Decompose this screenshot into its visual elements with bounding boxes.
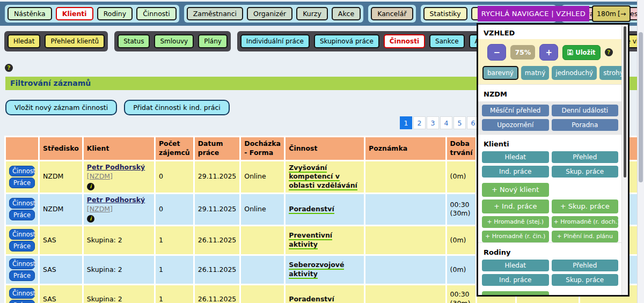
activity-link[interactable]: Preventivní aktivity	[289, 231, 332, 249]
subnav-skupinova-prace[interactable]: Skupinová práce	[314, 34, 379, 48]
panel-scrollbar-thumb[interactable]	[624, 26, 626, 178]
activity-link[interactable]: Poradenství	[289, 205, 334, 214]
cell-poznamka	[365, 226, 445, 254]
row-actions-cell: Činnost Práce	[6, 226, 38, 254]
rodiny-ind-prace-button[interactable]: Ind. práce	[482, 274, 549, 286]
header-pocet-zajemcu: Počet zájemců	[156, 137, 193, 160]
row-prace-button[interactable]: Práce	[9, 241, 35, 252]
nav-tab-statistiky[interactable]: Statistiky	[423, 7, 467, 20]
row-cinnost-button[interactable]: Činnost	[9, 166, 35, 176]
zoom-level-badge: 75%	[510, 45, 535, 60]
info-icon[interactable]: i	[87, 215, 94, 223]
subnav-hledat[interactable]: Hledat	[8, 34, 40, 48]
style-matny-button[interactable]: matný	[521, 66, 549, 80]
page-help-icon[interactable]: ?	[5, 64, 13, 72]
row-prace-button[interactable]: Práce	[9, 178, 35, 188]
cell-pocet: 1	[156, 285, 193, 303]
client-link[interactable]: Petr Podhorský	[87, 163, 145, 171]
rodiny-skup-prace-button[interactable]: Skup. práce	[552, 274, 619, 286]
subnav-sankce[interactable]: Sankce	[429, 34, 465, 48]
subnav-cinnosti[interactable]: Činnosti	[384, 34, 425, 48]
pagination-page-2[interactable]: 2	[413, 116, 426, 129]
subnav-smlouvy[interactable]: Smlouvy	[154, 34, 194, 48]
add-activity-to-ind-button[interactable]: Přidat činnosti k ind. práci	[124, 100, 230, 115]
client-ref-link[interactable]: [NZDM]	[87, 205, 113, 213]
activity-link[interactable]: Poradenství	[289, 295, 334, 303]
nzdm-mesicni-prehled-button[interactable]: Měsíční přehled	[482, 105, 549, 116]
row-prace-button[interactable]: Práce	[9, 300, 35, 303]
pagination-page-5[interactable]: 5	[453, 116, 466, 129]
quick-nav-header[interactable]: RYCHLÁ NAVIGACE | VZHLED	[478, 6, 589, 21]
header-stredisko: Středisko	[40, 137, 82, 160]
klienti-add-ind-prace-button[interactable]: + Ind. práce	[482, 199, 549, 213]
klienti-add-skup-prace-button[interactable]: + Skup. práce	[552, 199, 619, 213]
klienti-plneni-ind-planu-button[interactable]: + Plnění ind. plánu	[552, 231, 619, 242]
cell-dochazka: Online	[241, 161, 284, 193]
cell-doba: 00:30 (30m)	[447, 285, 476, 303]
row-prace-button[interactable]: Práce	[9, 270, 35, 281]
row-prace-button[interactable]: Práce	[9, 210, 35, 220]
activity-link[interactable]: Zvyšování kompetencí v oblasti vzděláván…	[289, 164, 357, 191]
save-appearance-button[interactable]: Uložit	[562, 45, 600, 60]
nzdm-denni-udalosti-button[interactable]: Denní události	[552, 105, 619, 116]
klienti-hromadne-stej-button[interactable]: + Hromadně (stej.)	[482, 216, 549, 228]
nav-tab-kurzy[interactable]: Kurzy	[296, 7, 328, 20]
klienti-skup-prace-button[interactable]: Skup. práce	[552, 166, 619, 178]
zoom-out-button[interactable]: −	[487, 44, 506, 61]
nav-tab-zamestnanci[interactable]: Zaměstnanci	[187, 7, 243, 20]
cell-cinnost: Seberozvojové aktivity	[286, 256, 364, 284]
header-doba-trvani: Doba trvání	[447, 137, 476, 160]
cell-poznamka	[365, 194, 445, 225]
rodiny-hledat-button[interactable]: Hledat	[482, 260, 549, 271]
nav-group-kancelar: Kancelář	[368, 5, 415, 23]
session-logout-button[interactable]: 180m [→	[592, 5, 631, 22]
style-barevny-button[interactable]: barevný	[482, 66, 518, 80]
page-scrollbar[interactable]	[637, 0, 644, 303]
row-cinnost-button[interactable]: Činnost	[9, 198, 35, 209]
nav-tab-kancelar[interactable]: Kancelář	[371, 7, 413, 20]
nav-tab-rodiny[interactable]: Rodiny	[97, 7, 133, 20]
client-ref-link[interactable]: [NZDM]	[87, 172, 113, 180]
nav-tab-klienti[interactable]: Klienti	[56, 7, 93, 20]
info-icon[interactable]: i	[87, 183, 94, 190]
klienti-prehled-button[interactable]: Přehled	[552, 151, 619, 163]
header-actions	[6, 137, 38, 160]
style-jednoduchy-button[interactable]: jednoduchý	[552, 66, 597, 80]
client-link[interactable]: Petr Podhorský	[87, 196, 145, 204]
nav-tab-organizer[interactable]: Organizér	[247, 7, 292, 20]
rodiny-prehled-button[interactable]: Přehled	[552, 260, 619, 271]
panel-scrollbar[interactable]	[621, 25, 628, 295]
pagination-page-1[interactable]: 1	[400, 116, 412, 129]
page-scrollbar-thumb[interactable]	[639, 32, 643, 182]
zoom-in-button[interactable]: +	[539, 44, 558, 61]
nav-tab-nastenka[interactable]: Nástěnka	[8, 7, 52, 20]
row-cinnost-button[interactable]: Činnost	[9, 258, 35, 269]
nzdm-upozorneni-button[interactable]: Upozornění	[482, 119, 549, 131]
style-strohy-button[interactable]: strohý	[599, 66, 622, 80]
pagination-page-4[interactable]: 4	[440, 116, 452, 129]
activity-link[interactable]: Seberozvojové aktivity	[289, 261, 344, 279]
subnav-status[interactable]: Status	[118, 34, 150, 48]
row-cinnost-button[interactable]: Činnost	[9, 229, 35, 240]
nav-tab-cinnosti[interactable]: Činnosti	[136, 7, 177, 20]
nzdm-poradna-button[interactable]: Poradna	[552, 119, 619, 131]
klienti-hledat-button[interactable]: Hledat	[482, 151, 549, 163]
rodiny-nova-rodina-button[interactable]: + Nová rodina	[482, 291, 549, 295]
subnav-prehled-klientu[interactable]: Přehled klientů	[45, 34, 105, 48]
cell-cinnost: Preventivní aktivity	[286, 226, 364, 254]
new-activity-record-button[interactable]: Vložit nový záznam činnosti	[5, 100, 117, 115]
row-actions-cell: Činnost Práce	[6, 161, 38, 193]
nav-tab-akce[interactable]: Akce	[332, 7, 361, 20]
cell-pocet: 1	[156, 256, 193, 284]
subnav-individualni-prace[interactable]: Individuální práce	[240, 34, 310, 48]
klienti-novy-klient-button[interactable]: + Nový klient	[482, 183, 549, 197]
appearance-help-icon[interactable]: ?	[605, 48, 613, 56]
klienti-ind-prace-button[interactable]: Ind. práce	[482, 166, 549, 178]
subnav-plany[interactable]: Plány	[198, 34, 228, 48]
row-actions-cell: Činnost Práce	[6, 256, 38, 284]
pagination-page-3[interactable]: 3	[427, 116, 439, 129]
cell-klient: Skupina: 2	[84, 285, 154, 303]
klienti-hromadne-r-cin-button[interactable]: + Hromadně (r. čin.)	[482, 231, 549, 242]
row-cinnost-button[interactable]: Činnost	[9, 288, 35, 299]
klienti-hromadne-r-doch-button[interactable]: + Hromadně (r. doch.)	[552, 216, 619, 228]
